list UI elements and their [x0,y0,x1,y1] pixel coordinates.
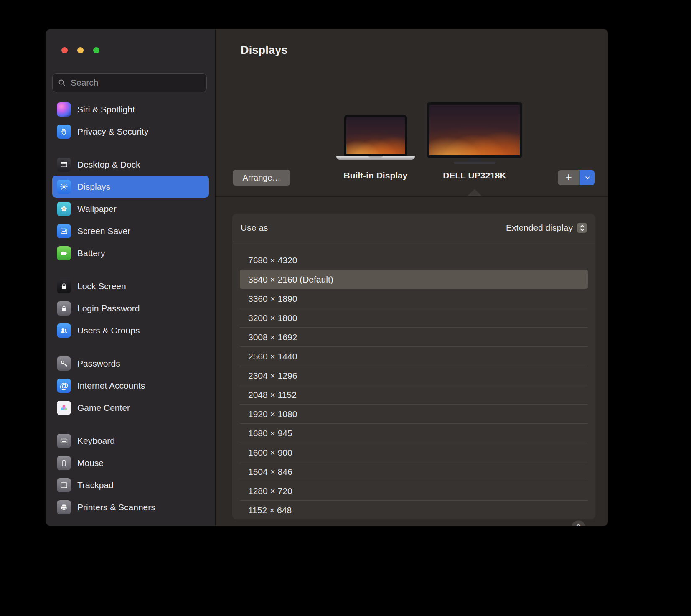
external-display-screen [427,102,522,158]
selected-display-caret [467,189,483,197]
login-icon [57,301,71,316]
resolution-option[interactable]: 2304 × 1296 [240,366,588,385]
window-controls [46,29,215,53]
display-settings-panel: Use as Extended display 7680 × 43203840 … [233,214,595,519]
game-icon [57,401,71,415]
external-display-foot [454,162,495,164]
sidebar-item-label: Keyboard [77,436,115,446]
sidebar-item-label: Game Center [77,403,130,413]
sidebar-item-displays[interactable]: Displays [52,176,209,198]
resolution-option[interactable]: 1920 × 1080 [240,404,588,423]
resolution-option[interactable]: 1152 × 648 [240,500,588,519]
resolution-option[interactable]: 3008 × 1692 [240,327,588,346]
lock-icon [57,279,71,293]
sidebar-item-label: Wallpaper [77,204,117,214]
arrange-button[interactable]: Arrange… [233,170,290,186]
builtin-display-base [336,156,415,160]
sidebar-item-label: Screen Saver [77,226,130,236]
add-display-button[interactable]: + [558,170,595,185]
sidebar-item-label: Mouse [77,458,104,468]
resolution-option[interactable]: 2048 × 1152 [240,385,588,404]
sidebar-item-screen-saver[interactable]: Screen Saver [52,220,209,242]
displays-icon [57,180,71,194]
plus-icon[interactable]: + [558,170,579,185]
sidebar-item-desktop-dock[interactable]: Desktop & Dock [52,153,209,176]
builtin-display-label: Built-in Display [323,171,428,181]
sidebar-item-mouse[interactable]: Mouse [52,452,209,474]
users-icon [57,323,71,338]
sidebar-item-passwords[interactable]: Passwords [52,352,209,374]
battery-icon [57,246,71,260]
use-as-label: Use as [241,223,268,233]
header-divider [216,196,608,197]
resolution-option[interactable]: 1504 × 846 [240,462,588,481]
sidebar-group: Siri & SpotlightPrivacy & Security [52,98,209,143]
sidebar: Siri & SpotlightPrivacy & SecurityDeskto… [46,29,216,526]
displays-pane: Displays Arrange… Built-in Display DELL … [216,29,608,526]
sidebar-item-label: Battery [77,248,105,258]
sidebar-item-keyboard[interactable]: Keyboard [52,430,209,452]
resolution-option[interactable]: 1600 × 900 [240,443,588,462]
chevron-down-icon[interactable] [579,170,595,185]
search-field[interactable] [52,73,207,92]
resolution-option[interactable]: 1280 × 720 [240,481,588,500]
sidebar-item-label: Users & Groups [77,326,140,336]
use-as-row: Use as Extended display [233,214,595,242]
sidebar-nav: Siri & SpotlightPrivacy & SecurityDeskto… [46,92,215,518]
sidebar-item-lock-screen[interactable]: Lock Screen [52,275,209,297]
key-icon [57,356,71,371]
resolution-option[interactable]: 1680 × 945 [240,423,588,443]
sidebar-item-printers-scanners[interactable]: Printers & Scanners [52,496,209,518]
siri-icon [57,102,71,117]
close-button[interactable] [61,47,68,53]
privacy-icon [57,125,71,139]
mouse-icon [57,456,71,470]
sidebar-item-battery[interactable]: Battery [52,242,209,264]
resolution-option[interactable]: 2560 × 1440 [240,346,588,366]
help-button[interactable]: ? [572,521,585,526]
keyboard-icon [57,434,71,448]
sidebar-item-game-center[interactable]: Game Center [52,397,209,419]
system-settings-window: Siri & SpotlightPrivacy & SecurityDeskto… [46,29,608,526]
sidebar-item-label: Privacy & Security [77,127,148,137]
sidebar-item-internet-accounts[interactable]: @Internet Accounts [52,374,209,397]
wallpaper-icon [57,202,71,216]
sidebar-item-label: Lock Screen [77,281,126,291]
sidebar-item-login-password[interactable]: Login Password [52,297,209,319]
resolution-option[interactable]: 7680 × 4320 [240,251,588,270]
resolution-option[interactable]: 3360 × 1890 [240,289,588,308]
builtin-display-screen [344,115,407,156]
sidebar-item-trackpad[interactable]: Trackpad [52,474,209,496]
sidebar-item-privacy-security[interactable]: Privacy & Security [52,120,209,143]
sidebar-item-wallpaper[interactable]: Wallpaper [52,198,209,220]
minimize-button[interactable] [77,47,84,53]
use-as-popup[interactable]: Extended display [506,223,587,233]
builtin-display-thumbnail[interactable] [334,115,417,160]
page-title: Displays [241,44,288,57]
search-icon [58,79,66,87]
at-icon: @ [57,379,71,393]
resolution-option[interactable]: 3200 × 1800 [240,308,588,327]
sidebar-item-label: Printers & Scanners [77,502,155,512]
zoom-button[interactable] [93,47,99,53]
desktop-icon [57,158,71,172]
resolution-list: 7680 × 43203840 × 2160 (Default)3360 × 1… [233,242,595,519]
trackpad-icon [57,478,71,492]
sidebar-group: Passwords@Internet AccountsGame Center [52,352,209,419]
resolution-option[interactable]: 3840 × 2160 (Default) [240,270,588,289]
sidebar-item-users-groups[interactable]: Users & Groups [52,319,209,341]
external-display-label: DELL UP3218K [422,171,527,181]
external-display-thumbnail[interactable] [427,102,522,164]
use-as-value: Extended display [506,223,573,233]
sidebar-item-label: Siri & Spotlight [77,104,135,115]
sidebar-group: KeyboardMouseTrackpadPrinters & Scanners [52,430,209,518]
search-input[interactable] [70,77,201,88]
sidebar-item-siri-spotlight[interactable]: Siri & Spotlight [52,98,209,120]
sidebar-item-label: Login Password [77,303,140,313]
popup-stepper-icon [577,223,587,233]
screensaver-icon [57,224,71,238]
sidebar-item-label: Trackpad [77,480,114,490]
sidebar-item-label: Desktop & Dock [77,160,140,170]
sidebar-group: Desktop & DockDisplaysWallpaperScreen Sa… [52,153,209,264]
external-display-stand [469,158,480,162]
